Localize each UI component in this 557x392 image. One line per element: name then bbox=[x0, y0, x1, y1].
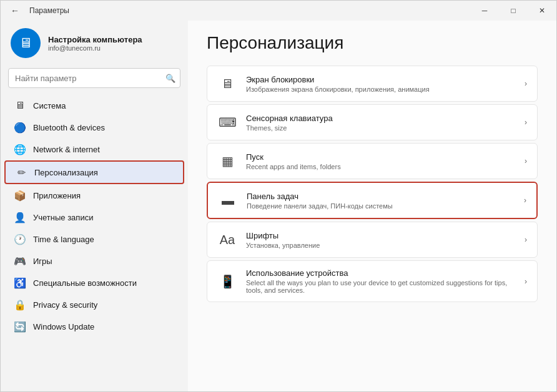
user-info: Настройка компьютера info@tunecom.ru bbox=[48, 35, 142, 52]
sidebar-item-network[interactable]: 🌐 Network & internet bbox=[4, 139, 184, 160]
settings-text-fonts: Шрифты Установка, управление bbox=[246, 231, 516, 249]
nav-label-privacy: Privacy & security bbox=[33, 300, 174, 310]
settings-title-device-usage: Использование устройства bbox=[246, 268, 516, 278]
avatar: 🖥 bbox=[11, 28, 41, 58]
titlebar-controls: ─ □ ✕ bbox=[470, 1, 556, 21]
close-button[interactable]: ✕ bbox=[528, 1, 556, 21]
nav-icon-privacy: 🔒 bbox=[14, 299, 26, 310]
nav-icon-accessibility: ♿ bbox=[14, 277, 26, 288]
chevron-icon-fonts: › bbox=[525, 235, 527, 244]
main-panel: Персонализация 🖥 Экран блокировки Изобра… bbox=[188, 21, 556, 391]
maximize-button[interactable]: □ bbox=[499, 1, 528, 21]
search-icon: 🔍 bbox=[165, 74, 175, 83]
nav-label-gaming: Игры bbox=[33, 257, 174, 266]
sidebar-item-gaming[interactable]: 🎮 Игры bbox=[4, 250, 184, 272]
settings-desc-touch-keyboard: Themes, size bbox=[246, 124, 516, 132]
settings-title-touch-keyboard: Сенсорная клавиатура bbox=[246, 114, 516, 123]
nav-label-system: Система bbox=[33, 101, 174, 110]
nav-icon-accounts: 👤 bbox=[14, 212, 26, 223]
sidebar-item-bluetooth[interactable]: 🔵 Bluetooth & devices bbox=[4, 117, 184, 138]
user-email: info@tunecom.ru bbox=[48, 44, 142, 52]
sidebar-item-accessibility[interactable]: ♿ Специальные возможности bbox=[4, 272, 184, 293]
nav-icon-network: 🌐 bbox=[14, 144, 26, 155]
titlebar: ← Параметры ─ □ ✕ bbox=[1, 1, 556, 21]
page-title: Персонализация bbox=[207, 33, 538, 53]
titlebar-left: ← Параметры bbox=[7, 4, 69, 17]
settings-title-lock-screen: Экран блокировки bbox=[246, 75, 516, 84]
settings-item-fonts[interactable]: Aa Шрифты Установка, управление › bbox=[207, 222, 538, 258]
chevron-icon-taskbar: › bbox=[524, 196, 526, 205]
nav-label-bluetooth: Bluetooth & devices bbox=[33, 123, 174, 132]
nav-icon-bluetooth: 🔵 bbox=[14, 122, 26, 133]
sidebar-nav: 🖥 Система 🔵 Bluetooth & devices 🌐 Networ… bbox=[1, 94, 188, 338]
settings-item-touch-keyboard[interactable]: ⌨ Сенсорная клавиатура Themes, size › bbox=[207, 104, 538, 140]
nav-icon-update: 🔄 bbox=[14, 321, 26, 332]
nav-label-update: Windows Update bbox=[33, 322, 174, 331]
back-button[interactable]: ← bbox=[7, 4, 23, 17]
settings-icon-start: ▦ bbox=[217, 151, 237, 171]
settings-desc-taskbar: Поведение панели задач, ПИН-коды системы bbox=[247, 202, 515, 210]
search-input[interactable] bbox=[8, 68, 180, 88]
settings-item-lock-screen[interactable]: 🖥 Экран блокировки Изображения экрана бл… bbox=[207, 66, 538, 102]
user-profile: 🖥 Настройка компьютера info@tunecom.ru bbox=[1, 21, 188, 68]
settings-icon-touch-keyboard: ⌨ bbox=[217, 112, 237, 132]
titlebar-title: Параметры bbox=[29, 6, 69, 15]
nav-icon-system: 🖥 bbox=[14, 100, 26, 111]
sidebar-item-update[interactable]: 🔄 Windows Update bbox=[4, 316, 184, 337]
sidebar: 🖥 Настройка компьютера info@tunecom.ru 🔍… bbox=[1, 21, 188, 391]
sidebar-item-privacy[interactable]: 🔒 Privacy & security bbox=[4, 294, 184, 315]
main-content: 🖥 Настройка компьютера info@tunecom.ru 🔍… bbox=[1, 21, 556, 391]
settings-text-start: Пуск Recent apps and items, folders bbox=[246, 152, 516, 170]
settings-text-lock-screen: Экран блокировки Изображения экрана блок… bbox=[246, 75, 516, 93]
user-name: Настройка компьютера bbox=[48, 35, 142, 44]
nav-label-time: Time & language bbox=[33, 235, 174, 244]
chevron-icon-lock-screen: › bbox=[525, 79, 527, 88]
nav-icon-time: 🕐 bbox=[14, 233, 26, 245]
sidebar-item-system[interactable]: 🖥 Система bbox=[4, 95, 184, 116]
settings-title-fonts: Шрифты bbox=[246, 231, 516, 240]
chevron-icon-start: › bbox=[525, 157, 527, 165]
sidebar-item-personalization[interactable]: ✏ Персонализация bbox=[4, 160, 184, 184]
settings-text-touch-keyboard: Сенсорная клавиатура Themes, size bbox=[246, 114, 516, 132]
nav-icon-personalization: ✏ bbox=[16, 167, 27, 178]
settings-icon-fonts: Aa bbox=[217, 230, 237, 250]
chevron-icon-touch-keyboard: › bbox=[525, 118, 527, 127]
settings-text-device-usage: Использование устройства Select all the … bbox=[246, 268, 516, 294]
sidebar-item-time[interactable]: 🕐 Time & language bbox=[4, 228, 184, 250]
settings-list: 🖥 Экран блокировки Изображения экрана бл… bbox=[207, 66, 538, 302]
settings-window: ← Параметры ─ □ ✕ 🖥 Настройка компьютера… bbox=[0, 0, 557, 392]
search-box[interactable]: 🔍 bbox=[8, 68, 180, 88]
nav-label-apps: Приложения bbox=[33, 191, 174, 200]
settings-desc-fonts: Установка, управление bbox=[246, 242, 516, 249]
nav-icon-gaming: 🎮 bbox=[14, 255, 26, 267]
nav-icon-apps: 📦 bbox=[14, 190, 26, 201]
settings-text-taskbar: Панель задач Поведение панели задач, ПИН… bbox=[247, 192, 515, 210]
settings-item-taskbar[interactable]: ▬ Панель задач Поведение панели задач, П… bbox=[207, 182, 538, 219]
settings-item-start[interactable]: ▦ Пуск Recent apps and items, folders › bbox=[207, 143, 538, 179]
sidebar-item-apps[interactable]: 📦 Приложения bbox=[4, 185, 184, 206]
settings-icon-device-usage: 📱 bbox=[217, 272, 237, 292]
sidebar-item-accounts[interactable]: 👤 Учетные записи bbox=[4, 207, 184, 228]
settings-icon-taskbar: ▬ bbox=[218, 190, 238, 210]
settings-item-device-usage[interactable]: 📱 Использование устройства Select all th… bbox=[207, 260, 538, 302]
settings-title-start: Пуск bbox=[246, 152, 516, 162]
settings-desc-device-usage: Select all the ways you plan to use your… bbox=[246, 279, 516, 294]
settings-desc-lock-screen: Изображения экрана блокировки, приложени… bbox=[246, 86, 516, 93]
nav-label-accounts: Учетные записи bbox=[33, 213, 174, 222]
settings-desc-start: Recent apps and items, folders bbox=[246, 163, 516, 170]
minimize-button[interactable]: ─ bbox=[470, 1, 499, 21]
settings-icon-lock-screen: 🖥 bbox=[217, 74, 237, 94]
nav-label-personalization: Персонализация bbox=[34, 168, 173, 177]
settings-title-taskbar: Панель задач bbox=[247, 192, 515, 201]
nav-label-network: Network & internet bbox=[33, 145, 174, 154]
nav-label-accessibility: Специальные возможности bbox=[33, 278, 174, 288]
chevron-icon-device-usage: › bbox=[525, 277, 527, 286]
